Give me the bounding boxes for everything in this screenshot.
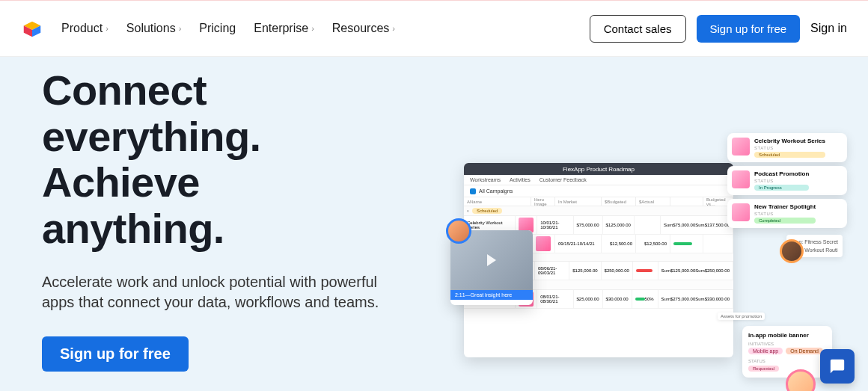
- card-status-label: STATUS: [754, 179, 809, 183]
- card-title: Podcast Promotion: [754, 170, 809, 177]
- col-bar[interactable]: [670, 197, 703, 206]
- cell-extra: [703, 235, 733, 253]
- pill: Mobile app: [748, 348, 783, 354]
- status-badge: Completed: [754, 218, 816, 224]
- cell-bar: [670, 235, 703, 253]
- cell-dates: 08/06/21-09/03/21: [535, 262, 569, 280]
- grid-icon: [470, 188, 476, 194]
- nav-solutions[interactable]: Solutions›: [126, 22, 182, 35]
- chevron-right-icon: ›: [179, 24, 182, 33]
- chevron-right-icon: ›: [106, 24, 109, 33]
- app-tabs: Workstreams Activities Customer Feedback: [464, 175, 733, 185]
- cell-dates: 09/15/21-10/14/21: [555, 235, 602, 253]
- side-card[interactable]: Podcast Promotion STATUS In Progress: [727, 166, 847, 195]
- cell-dates: 08/01/21-08/30/21: [537, 290, 573, 308]
- cell-actual: $125,000.00: [603, 216, 635, 234]
- col-name[interactable]: A Name: [464, 197, 531, 206]
- side-card[interactable]: New Trainer Spotlight STATUS Completed: [727, 199, 847, 228]
- cell-bar: [635, 216, 661, 234]
- side-card[interactable]: Celebrity Workout Series STATUS Schedule…: [727, 133, 847, 162]
- chat-widget[interactable]: [820, 349, 855, 384]
- contact-sales-button[interactable]: Contact sales: [590, 15, 686, 43]
- signup-button[interactable]: Sign up for free: [697, 15, 801, 43]
- card-thumb: [732, 138, 750, 156]
- headline: Connect everything. Achieve anything.: [42, 67, 451, 251]
- cell-actual: $12,500.00: [636, 235, 670, 253]
- card-title: New Trainer Spotlight: [754, 203, 816, 210]
- nav-product[interactable]: Product›: [61, 22, 109, 35]
- nav-resources[interactable]: Resources›: [332, 22, 395, 35]
- chat-icon: [829, 358, 846, 375]
- cell-extra: Sum $125,000.00 Sum $250,000.00: [658, 262, 733, 280]
- chevron-right-icon: ›: [392, 24, 395, 33]
- status-badge: Scheduled: [472, 208, 502, 214]
- col-budget[interactable]: $ Budgeted: [602, 197, 636, 206]
- col-actual[interactable]: $ Actual: [636, 197, 670, 206]
- avatar: [446, 218, 471, 244]
- col-market[interactable]: In Market: [555, 197, 602, 206]
- card-title: In-app mobile banner: [748, 332, 826, 339]
- bottom-card[interactable]: In-app mobile banner INITIATIVES Mobile …: [742, 326, 832, 378]
- navbar: Product› Solutions› Pricing Enterprise› …: [0, 0, 868, 57]
- card-label: INITIATIVES: [748, 342, 826, 346]
- tab-workstreams[interactable]: Workstreams: [470, 177, 501, 182]
- subhead: Accelerate work and unlock potential wit…: [42, 272, 386, 313]
- nav-enterprise[interactable]: Enterprise›: [254, 22, 314, 35]
- cta-signup-button[interactable]: Sign up for free: [42, 336, 189, 372]
- cell-actual: $30,000.00: [603, 290, 632, 308]
- cell-actual: $250,000.00: [602, 262, 633, 280]
- cell-extra: Sum $75,000.00 Sum $137,500.00: [661, 216, 733, 234]
- campaigns-label[interactable]: All Campaigns: [479, 188, 513, 194]
- card-title: Celebrity Workout Series: [754, 138, 825, 144]
- triangle-down-icon: ▾: [467, 209, 469, 213]
- cell-bar: [633, 262, 658, 280]
- status-badge: In Progress: [754, 185, 809, 191]
- app-titlebar: FlexApp Product Roadmap: [464, 163, 733, 175]
- play-icon: [487, 254, 496, 266]
- tab-activities[interactable]: Activities: [510, 177, 531, 182]
- nav-left: Product› Solutions› Pricing Enterprise› …: [21, 17, 395, 40]
- assets-tag: Assets for promotion: [718, 313, 765, 320]
- hero: Connect everything. Achieve anything. Ac…: [0, 57, 868, 391]
- card-label: STATUS: [748, 359, 826, 363]
- hero-illustration: FlexApp Product Roadmap Workstreams Acti…: [441, 118, 861, 372]
- cell-budget: $12,500.00: [602, 235, 636, 253]
- section-header[interactable]: ▾Scheduled: [464, 206, 733, 216]
- cell-bar: 50%: [632, 290, 658, 308]
- cell-dates: 10/01/21-10/30/21: [537, 216, 573, 234]
- card-status-label: STATUS: [754, 146, 825, 150]
- card-status-label: STATUS: [754, 212, 816, 216]
- signin-link[interactable]: Sign in: [810, 22, 847, 35]
- table-head: A Name Hero Image In Market $ Budgeted $…: [464, 197, 733, 206]
- logo[interactable]: [21, 17, 43, 40]
- status-badge: Requested: [748, 366, 779, 372]
- cell-thumb: [531, 235, 555, 253]
- status-badge: Scheduled: [754, 152, 825, 158]
- avatar: [780, 239, 804, 263]
- nav-right: Contact sales Sign up for free Sign in: [590, 15, 847, 43]
- nav-pricing[interactable]: Pricing: [199, 22, 236, 35]
- nav-links: Product› Solutions› Pricing Enterprise› …: [61, 22, 395, 35]
- campaigns-row: All Campaigns: [464, 185, 733, 197]
- cell-budget: $25,000.00: [574, 290, 603, 308]
- cell-extra: Sum $275,000.00 Sum $330,000.00: [658, 290, 733, 308]
- card-thumb: [732, 203, 750, 221]
- chevron-right-icon: ›: [311, 24, 314, 33]
- col-hero[interactable]: Hero Image: [531, 197, 555, 206]
- hero-left: Connect everything. Achieve anything. Ac…: [0, 57, 451, 391]
- cell-budget: $75,000.00: [574, 216, 603, 234]
- cell-budget: $125,000.00: [569, 262, 601, 280]
- card-thumb: [732, 170, 750, 188]
- pill: On Demand: [786, 348, 823, 354]
- tab-feedback[interactable]: Customer Feedback: [540, 177, 587, 182]
- video-caption: 2:11—Great insight here: [450, 290, 533, 300]
